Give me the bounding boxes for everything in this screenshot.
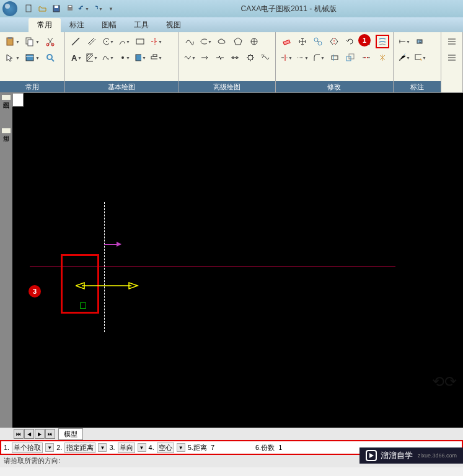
opt3-dropdown-icon[interactable]: ▼ <box>138 443 146 452</box>
status-prompt: 请拾取所需的方向: <box>4 457 60 464</box>
move-icon[interactable] <box>296 35 309 48</box>
svg-text:A: A <box>71 53 77 63</box>
svg-rect-41 <box>283 40 290 45</box>
drawing-canvas[interactable]: 3 ⟲⟳ <box>12 93 463 428</box>
opt1-dropdown-icon[interactable]: ▼ <box>45 443 54 452</box>
menu-lines-icon-2[interactable] <box>445 51 459 64</box>
left-panel: 图纸 常用 <box>0 93 12 428</box>
opt4-select[interactable]: 空心 <box>157 443 174 453</box>
dimension-icon[interactable]: ▼ <box>397 35 411 48</box>
explode-icon[interactable] <box>376 51 389 64</box>
menu-annotation[interactable]: 标注 <box>61 18 93 32</box>
menu-tools[interactable]: 工具 <box>125 18 157 32</box>
opt3-select[interactable]: 单向 <box>118 443 135 453</box>
tab-prev-icon[interactable]: ◀ <box>24 429 34 439</box>
offset-icon[interactable] <box>376 35 389 48</box>
fillet-icon[interactable]: ▼ <box>312 51 325 64</box>
opt1-select[interactable]: 单个拾取 <box>12 443 43 453</box>
rotate-icon[interactable] <box>343 35 357 48</box>
parallel-line-icon[interactable] <box>85 35 99 48</box>
left-tab-common[interactable]: 常用 <box>1 128 11 134</box>
ellipse-icon[interactable]: ▼ <box>199 35 213 48</box>
svg-rect-29 <box>136 55 141 61</box>
trim-icon[interactable]: ▼ <box>280 51 293 64</box>
arrow-icon[interactable] <box>199 51 211 64</box>
star-icon[interactable] <box>247 35 261 48</box>
paste-icon[interactable]: ▼ <box>4 35 21 48</box>
curve-icon[interactable]: ▼ <box>101 51 115 64</box>
app-title: CAXA电子图板2011 - 机械版 <box>117 4 461 14</box>
left-tab-drawing[interactable]: 图纸 <box>1 94 11 100</box>
wave-icon[interactable]: ▼ <box>183 51 196 64</box>
title-bar: ▼ ▼ ▼ CAXA电子图板2011 - 机械版 <box>0 0 463 17</box>
cloud-icon[interactable] <box>215 35 229 48</box>
opt2-dropdown-icon[interactable]: ▼ <box>98 443 107 452</box>
rectangle-icon[interactable] <box>133 35 147 48</box>
select-icon[interactable]: ▼ <box>4 51 21 64</box>
hatch-icon[interactable]: ▼ <box>85 51 99 64</box>
line-icon[interactable] <box>69 35 82 48</box>
svg-rect-31 <box>153 55 157 56</box>
menu-lines-icon[interactable] <box>445 35 459 48</box>
gear-icon[interactable] <box>244 51 256 64</box>
tab-next-icon[interactable]: ▶ <box>35 429 45 439</box>
tab-last-icon[interactable]: ⏭ <box>45 429 55 439</box>
formula-icon[interactable]: fx <box>259 51 271 64</box>
find-icon[interactable] <box>43 51 57 64</box>
copy2-icon[interactable] <box>312 35 325 48</box>
svg-text:fx: fx <box>262 53 265 57</box>
count-input[interactable] <box>277 444 302 451</box>
open-file-icon[interactable] <box>37 3 48 14</box>
svg-rect-54 <box>332 56 338 60</box>
opt2-select[interactable]: 指定距离 <box>64 443 95 453</box>
component-icon[interactable]: ▼ <box>149 51 163 64</box>
spline-icon[interactable] <box>183 35 196 48</box>
vertical-guide-line <box>104 202 105 332</box>
cut-icon[interactable] <box>43 35 57 48</box>
app-logo-icon[interactable] <box>2 1 17 16</box>
break-icon[interactable] <box>359 51 373 64</box>
new-file-icon[interactable] <box>24 3 35 14</box>
scale-icon[interactable] <box>344 51 358 64</box>
edit-dim-icon[interactable]: ▼ <box>413 51 427 64</box>
copy-icon[interactable]: ▼ <box>24 35 41 48</box>
sheet-tab-model[interactable]: 模型 <box>58 428 83 440</box>
centerline-icon[interactable]: ▼ <box>149 35 163 48</box>
leader-icon[interactable]: ✓▼ <box>397 51 411 64</box>
menu-common[interactable]: 常用 <box>29 18 61 32</box>
watermark-text: 溜溜自学 <box>381 450 413 461</box>
svg-line-25 <box>87 54 89 56</box>
distance-input[interactable] <box>209 444 253 451</box>
menu-view[interactable]: 视图 <box>157 18 190 32</box>
opt4-dropdown-icon[interactable]: ▼ <box>177 443 185 452</box>
undo-icon[interactable]: ▼ <box>78 3 89 14</box>
ribbon-label-advanced: 高级绘图 <box>179 81 275 92</box>
point-icon[interactable]: ▼ <box>117 51 131 64</box>
circle-icon[interactable]: ▼ <box>101 35 115 48</box>
text-icon[interactable]: A▼ <box>69 51 82 64</box>
stretch-icon[interactable] <box>328 51 342 64</box>
opt5-label: 5.距离 <box>188 443 207 452</box>
tab-first-icon[interactable]: ⏮ <box>14 429 24 439</box>
svg-point-28 <box>121 56 124 59</box>
mirror-icon[interactable] <box>327 35 341 48</box>
menu-frame[interactable]: 图幅 <box>93 18 125 32</box>
redo-icon[interactable]: ▼ <box>92 3 103 14</box>
properties-icon[interactable]: ▼ <box>24 51 41 64</box>
svg-line-44 <box>317 41 319 42</box>
direction-arrow-right-icon <box>104 281 139 290</box>
save-icon[interactable] <box>51 3 62 14</box>
holes-line-icon[interactable] <box>229 51 241 64</box>
qat-dropdown-icon[interactable]: ▼ <box>105 3 117 14</box>
erase-icon[interactable] <box>280 35 293 48</box>
coord-dim-icon[interactable]: 12 <box>413 35 427 48</box>
arc-icon[interactable]: ▼ <box>117 35 131 48</box>
break-line-icon[interactable] <box>214 51 226 64</box>
svg-line-26 <box>87 54 92 59</box>
print-icon[interactable] <box>64 3 76 14</box>
polygon-icon[interactable] <box>231 35 245 48</box>
extend-icon[interactable]: ▼ <box>296 51 309 64</box>
svg-line-14 <box>51 59 54 61</box>
ribbon-label-basic: 基本绘图 <box>65 81 179 92</box>
block-icon[interactable]: ▼ <box>133 51 147 64</box>
